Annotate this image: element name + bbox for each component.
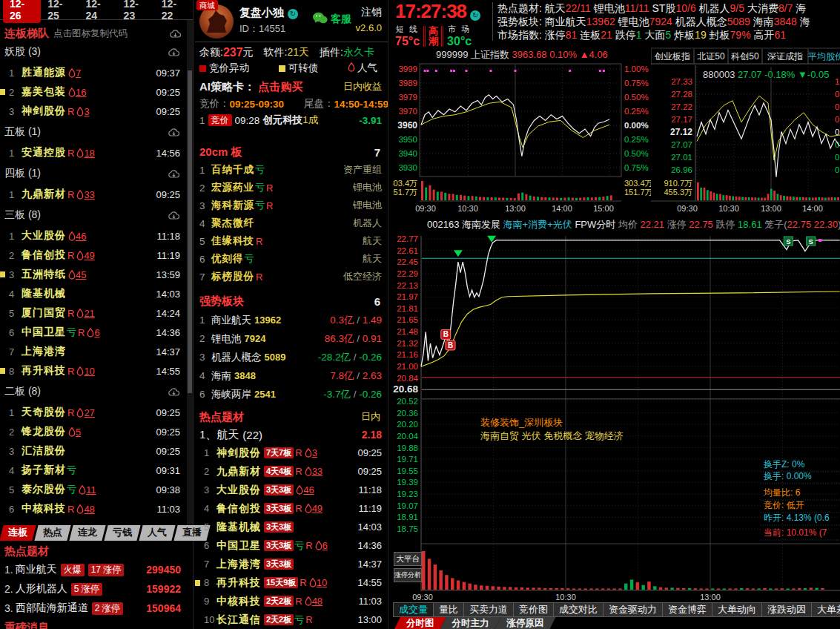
stock-row[interactable]: 1大业股份4611:18 <box>0 226 186 246</box>
auction-entry-row[interactable]: 1竞价09:28 创元科技1成-3.91 <box>195 112 388 128</box>
stock-row[interactable]: 2鲁信创投R4911:19 <box>0 246 186 265</box>
sell-marker <box>454 250 463 257</box>
cm20-row[interactable]: 6优刻得亏航天 <box>195 250 388 268</box>
cloud-download-icon[interactable] <box>168 169 180 179</box>
legend-item[interactable]: 可转债 <box>279 62 319 75</box>
legend-item[interactable]: 竞价异动 <box>199 62 249 75</box>
indicator-tab[interactable]: 大单动向 <box>712 602 762 617</box>
stock-row[interactable]: 2九鼎新材4天4板R3309:25 <box>195 462 388 481</box>
hot-topic-row[interactable]: 2.人形机器人5 涨停159922 <box>0 579 187 599</box>
left-tab[interactable]: 热点 <box>34 525 70 541</box>
stock-minute-chart[interactable]: 002163 海南发展 海南+消费+光伏 FPW分时 均价 22.21 涨停 2… <box>393 217 840 605</box>
cm20-row[interactable]: 3海科新源亏R锂电池 <box>195 197 388 214</box>
stock-row[interactable]: 2锋龙股份509:25 <box>0 422 186 441</box>
cloud-download-icon[interactable] <box>168 47 180 57</box>
customer-service[interactable]: 客服 <box>312 12 351 27</box>
legend-item[interactable]: 人气 <box>348 62 377 75</box>
stock-row[interactable]: 4隆基机械14:03 <box>0 284 186 303</box>
stock-row[interactable]: 1胜通能源709:37 <box>0 63 186 82</box>
cm20-row[interactable]: 1百纳千成亏资产重组 <box>195 161 388 179</box>
themes-scope[interactable]: 日内 <box>361 410 380 424</box>
customer-service-label[interactable]: 客服 <box>331 13 351 26</box>
stock-name: 大业股份 <box>22 229 66 243</box>
sector-row[interactable]: 4海南38487.8亿 / 2.63 <box>195 366 388 385</box>
stock-row[interactable]: 2嘉美包装1609:25 <box>0 82 186 102</box>
stock-row[interactable]: 3大业股份3天3板4611:18 <box>195 481 388 499</box>
stock-row[interactable]: 1安通控股R1814:56 <box>0 143 186 162</box>
stock-row[interactable]: 4扬子新材亏09:31 <box>0 461 186 480</box>
cloud-download-icon[interactable] <box>169 29 182 39</box>
scrollbar-thumb[interactable] <box>188 70 192 393</box>
stock-row[interactable]: 7上海港湾14:37 <box>0 342 186 361</box>
stock-row[interactable]: 7上海港湾3天3板14:37 <box>195 555 388 573</box>
stock-row[interactable]: 8再升科技15天9板R1014:55 <box>195 573 388 592</box>
indicator-tab[interactable]: 涨跌动因 <box>761 602 812 617</box>
stock-row[interactable]: 8再升科技R1014:55 <box>0 361 186 381</box>
sector-row[interactable]: 2锂电池792486.3亿 / 0.91 <box>195 329 388 348</box>
cm20-row[interactable]: 5佳缘科技R航天 <box>195 232 388 250</box>
daily-return-label[interactable]: 日内收益 <box>343 80 382 93</box>
cm20-row[interactable]: 4聚杰微纤机器人 <box>195 214 388 232</box>
stock-row[interactable]: 3汇洁股份09:25 <box>0 441 186 461</box>
flame-icon: 10 <box>76 366 94 377</box>
indicator-tab[interactable]: 成交对比 <box>553 602 603 617</box>
sector-row[interactable]: 6海峡两岸2541-3.7亿 / -0.26 <box>195 385 388 404</box>
chart-mode-tab[interactable]: 涨停原因 <box>495 617 556 629</box>
shop-badge[interactable]: 商城 <box>196 0 218 10</box>
cloud-download-icon[interactable] <box>168 387 180 397</box>
cm20-row[interactable]: 7标榜股份R低空经济 <box>195 268 388 286</box>
cm20-count: 7 <box>374 146 380 159</box>
big-platform-button[interactable]: 大平台 <box>394 552 422 566</box>
stock-row[interactable]: 5厦门国贸R2114:24 <box>0 303 186 323</box>
left-tab[interactable]: 人气 <box>139 525 175 541</box>
topic-badge: 17 涨停 <box>88 564 125 576</box>
sector-row[interactable]: 3机器人概念5089-28.2亿 / -0.26 <box>195 348 388 366</box>
indicator-tab[interactable]: 量比 <box>433 602 464 617</box>
board-count-badge: 3天3板 <box>264 540 294 551</box>
stock-row[interactable]: 10长江通信2天2板亏R13:00 <box>195 610 388 629</box>
stock-row[interactable]: 3神剑股份R309:25 <box>0 102 186 121</box>
ai-buy-link[interactable]: AI策略卡： 点击购买 <box>199 80 302 94</box>
indicator-tab[interactable]: 大单差分 <box>811 602 840 617</box>
stock-row[interactable]: 4鲁信创投3天3板R4911:19 <box>195 499 388 518</box>
stock-row[interactable]: 6中国卫星3天3板亏R614:36 <box>195 536 388 555</box>
chart-mode-tab[interactable]: 分时主力 <box>440 617 501 629</box>
left-tab[interactable]: 亏钱 <box>104 525 140 541</box>
text-seg: 8/7 <box>778 2 796 14</box>
left-tab[interactable]: 连龙 <box>69 525 105 541</box>
refresh-icon[interactable]: ↻ <box>288 9 298 19</box>
limit-analysis-button[interactable]: 涨停分析 <box>394 568 422 582</box>
cloud-download-icon[interactable] <box>168 211 180 220</box>
stock-row[interactable]: 9中核科技2天2板R4811:03 <box>195 592 388 610</box>
stock-row[interactable]: 1神剑股份7天7板R309:25 <box>195 444 388 462</box>
stock-row[interactable]: 5泰尔股份亏1109:38 <box>0 480 186 499</box>
stock-row[interactable]: 6中国卫星亏R614:36 <box>0 323 186 342</box>
hot-topic-row[interactable]: 1.商业航天火爆17 涨停299450 <box>0 560 187 579</box>
clock-refresh-icon[interactable]: ↻ <box>470 10 480 21</box>
indicator-tab[interactable]: 竞价图 <box>513 602 554 617</box>
indicator-tab[interactable]: 资金博弈 <box>662 602 712 617</box>
stock-row[interactable]: 6中核科技R4811:03 <box>0 499 186 518</box>
stock-name: 泰尔股份 <box>22 483 66 496</box>
margin-tag: R <box>266 182 273 194</box>
avg-price-index-chart[interactable]: 创业板指北证50科创50深证成指平均股价880003 27.07 -0.18% … <box>651 43 840 220</box>
stock-row[interactable]: 1九鼎新材R3309:25 <box>0 185 186 204</box>
left-tab[interactable]: 连板 <box>0 525 36 541</box>
sector-row[interactable]: 1商业航天139620.3亿 / 1.49 <box>195 311 388 329</box>
indicator-tab[interactable]: 资金驱动力 <box>603 602 663 617</box>
stock-row[interactable]: 1天奇股份R2709:25 <box>0 403 186 422</box>
indicator-tab[interactable]: 买卖力道 <box>463 602 514 617</box>
text-seg: 11/11 <box>625 2 652 14</box>
chart-mode-tab[interactable]: 分时图 <box>394 617 446 629</box>
indicator-tab[interactable]: 成交量 <box>393 602 434 617</box>
logout-link[interactable]: 注销 <box>361 6 382 19</box>
cloud-download-icon[interactable] <box>168 128 180 137</box>
theme-group-row[interactable]: 1、航天(22)2.18 <box>195 426 388 444</box>
sh-index-chart[interactable]: 999999 上证指数 3963.68 0.10% ▲4.06399939893… <box>393 43 651 220</box>
svg-text:880003 27.07 -0.18% ▼-0.05: 880003 27.07 -0.18% ▼-0.05 <box>703 69 829 80</box>
stock-row[interactable]: 3五洲特纸4513:59 <box>0 265 186 284</box>
cm20-row[interactable]: 2宏源药业亏R锂电池 <box>195 179 388 197</box>
left-scrollbar[interactable] <box>187 20 193 525</box>
hot-topic-row[interactable]: 3.西部陆海新通道2 涨停150964 <box>0 599 187 618</box>
stock-row[interactable]: 5隆基机械3天3板14:03 <box>195 518 388 536</box>
